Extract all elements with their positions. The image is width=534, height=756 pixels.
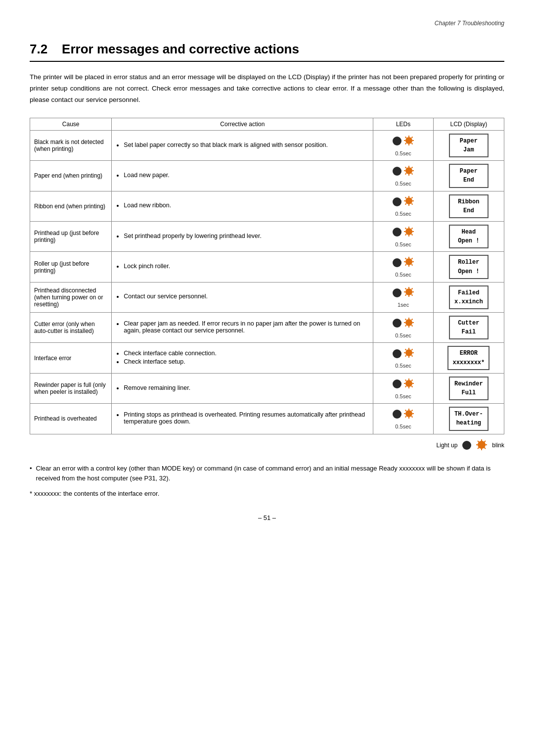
led-blink-star [403, 286, 414, 299]
corrective-item: Check interface setup. [124, 358, 369, 365]
svg-line-35 [405, 234, 406, 235]
cause-cell: Ribbon end (when printing) [30, 191, 112, 221]
svg-line-59 [405, 319, 406, 320]
error-table: Cause Corrective action LEDs LCD (Displa… [30, 118, 504, 434]
svg-line-41 [405, 258, 406, 259]
lcd-cell: Paper End [433, 161, 504, 191]
cause-cell: Roller up (just before printing) [30, 252, 112, 282]
time-label: 0.5sec [395, 424, 411, 429]
lcd-cell: Cutter Fail [433, 313, 504, 343]
section-title-text: Error messages and corrective actions [62, 42, 299, 56]
corrective-cell: Contact our service personnel. [112, 282, 373, 312]
svg-line-87 [411, 416, 412, 417]
lcd-line1: ERROR [460, 350, 478, 357]
legend-star-led [476, 439, 487, 452]
chapter-header-text: Chapter 7 Troubleshooting [435, 20, 504, 27]
svg-point-81 [405, 410, 412, 417]
table-row: Printhead up (just before printing)Set p… [30, 221, 504, 251]
cause-cell: Printhead is overheated [30, 404, 112, 434]
col-header-corrective: Corrective action [112, 118, 373, 130]
time-label: 0.5sec [395, 211, 411, 217]
svg-line-51 [411, 295, 412, 296]
svg-point-45 [405, 288, 412, 295]
table-row: Black mark is not detected (when printin… [30, 130, 504, 160]
led-green [393, 197, 401, 206]
lcd-line1: Ribbon [458, 198, 479, 205]
section-number: 7.2 [30, 42, 47, 56]
svg-line-98 [478, 447, 479, 449]
lcd-line1: Rewinder [454, 380, 483, 387]
svg-line-42 [411, 264, 412, 265]
chapter-header: Chapter 7 Troubleshooting [30, 20, 504, 27]
corrective-cell: Load new ribbon. [112, 191, 373, 221]
svg-line-69 [411, 355, 412, 356]
corrective-cell: Load new paper. [112, 161, 373, 191]
svg-point-63 [405, 349, 412, 356]
table-row: Printhead disconnected (when turning pow… [30, 282, 504, 312]
corrective-cell: Printing stops as printhead is overheate… [112, 404, 373, 434]
footnote-2: * xxxxxxxx: the contents of the interfac… [30, 489, 504, 499]
table-row: Cutter error (only when auto-cutter is i… [30, 313, 504, 343]
svg-line-79 [411, 379, 412, 380]
cause-cell: Printhead disconnected (when turning pow… [30, 282, 112, 312]
led-blink-star [403, 135, 414, 147]
lcd-line2: heating [456, 420, 481, 426]
lcd-cell: Paper Jam [433, 130, 504, 160]
lcd-display: Head Open ! [449, 225, 489, 248]
footnote-1-text: Clear an error with a control key (other… [36, 464, 504, 484]
svg-point-0 [405, 137, 412, 144]
corrective-cell: Remove remaining liner. [112, 373, 373, 403]
lcd-cell: Rewinder Full [433, 373, 504, 403]
lcd-cell: Ribbon End [433, 191, 504, 221]
leds-cell: 0.5sec [373, 161, 433, 191]
lcd-display: Cutter Fail [449, 316, 489, 339]
time-label: 0.5sec [395, 272, 411, 278]
table-row: Roller up (just before printing)Lock pin… [30, 252, 504, 282]
light-up-label: Light up [437, 442, 458, 449]
lcd-cell: TH.Over- heating [433, 404, 504, 434]
footnote-bullet-symbol: • [30, 464, 32, 484]
lcd-line2: Jam [463, 146, 474, 153]
led-green [393, 349, 401, 358]
lcd-display: Rewinder Full [449, 377, 489, 400]
lcd-cell: ERROR xxxxxxxx* [433, 343, 504, 373]
led-blink-star [403, 226, 414, 238]
led-blink-star [403, 408, 414, 421]
svg-line-71 [405, 355, 406, 356]
col-header-lcd: LCD (Display) [433, 118, 504, 130]
corrective-cell: Clear paper jam as needed. If error recu… [112, 313, 373, 343]
lcd-display: Roller Open ! [449, 255, 489, 279]
led-green [393, 379, 401, 388]
lcd-display: Ribbon End [449, 194, 489, 218]
svg-point-54 [405, 319, 412, 326]
led-blink-star [403, 195, 414, 208]
lcd-line2: End [463, 177, 474, 184]
lcd-cell: Head Open ! [433, 221, 504, 251]
time-label: 0.5sec [395, 363, 411, 369]
svg-line-70 [411, 349, 412, 350]
svg-line-14 [405, 167, 406, 168]
led-blink-star [403, 347, 414, 360]
svg-line-77 [405, 379, 406, 380]
leds-cell: 0.5sec [373, 221, 433, 251]
led-green [393, 167, 401, 176]
corrective-item: Contact our service personnel. [124, 293, 369, 300]
led-green [393, 137, 401, 145]
svg-line-15 [411, 173, 412, 174]
lcd-line1: Cutter [458, 320, 479, 327]
svg-point-18 [405, 197, 412, 204]
footnote-2-text: * xxxxxxxx: the contents of the interfac… [30, 489, 159, 499]
svg-point-72 [405, 380, 412, 387]
svg-line-96 [484, 447, 486, 449]
leds-cell: 1sec [373, 282, 433, 312]
lcd-line1: Head [461, 229, 476, 236]
corrective-item: Load new ribbon. [124, 202, 369, 209]
lcd-display: Paper End [449, 164, 489, 188]
page-number-text: – 51 – [258, 514, 276, 521]
time-label: 1sec [398, 302, 409, 308]
svg-line-16 [411, 167, 412, 168]
svg-line-95 [478, 441, 479, 442]
page-number: – 51 – [30, 514, 504, 521]
leds-cell: 0.5sec [373, 313, 433, 343]
svg-line-50 [405, 288, 406, 289]
